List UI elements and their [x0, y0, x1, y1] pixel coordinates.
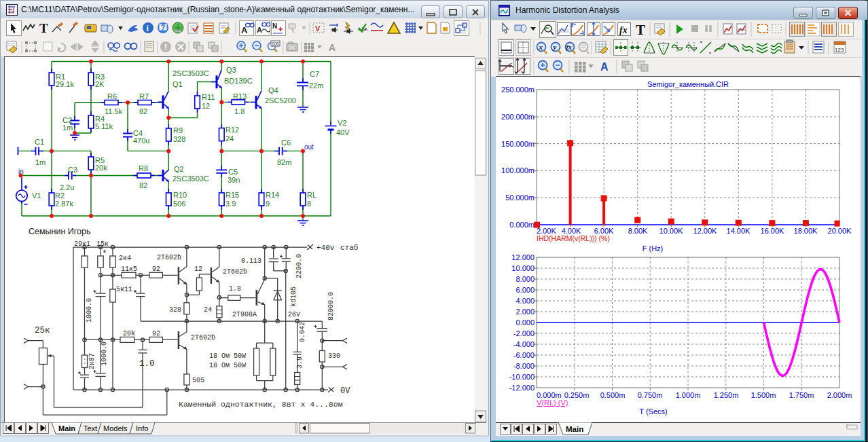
- svg-text:BD139C: BD139C: [224, 77, 253, 85]
- svg-text:kd105: kd105: [290, 287, 297, 307]
- svg-text:?: ?: [161, 24, 165, 31]
- svg-text:20k: 20k: [95, 164, 107, 172]
- svg-text:1m: 1m: [35, 158, 46, 166]
- svg-text:12: 12: [202, 102, 210, 110]
- svg-text:2к87: 2к87: [88, 353, 96, 369]
- svg-text:IHD(HARM(v(RL))) (%): IHD(HARM(v(RL))) (%): [537, 234, 610, 242]
- svg-text:1.000m: 1.000m: [676, 391, 701, 399]
- svg-text:C7: C7: [310, 70, 319, 78]
- svg-text:R6: R6: [107, 92, 117, 100]
- svg-text:5.11k: 5.11k: [95, 122, 113, 130]
- svg-text:12.000: 12.000: [511, 253, 535, 261]
- svg-text:C3: C3: [68, 166, 77, 174]
- svg-text:82m: 82m: [277, 158, 291, 166]
- svg-text:C5: C5: [228, 168, 238, 176]
- svg-text:1000.0: 1000.0: [86, 298, 93, 323]
- svg-text:92: 92: [152, 330, 160, 337]
- svg-text:-2.000: -2.000: [513, 329, 535, 337]
- svg-text:out: out: [304, 143, 314, 151]
- svg-text:2Т602b: 2Т602b: [191, 334, 215, 342]
- svg-text:24: 24: [225, 134, 234, 143]
- svg-text:Main: Main: [58, 424, 75, 432]
- svg-text:328: 328: [169, 306, 181, 314]
- svg-text:2.000: 2.000: [516, 308, 535, 316]
- svg-text:1.500m: 1.500m: [751, 391, 776, 399]
- svg-text:50.000m: 50.000m: [505, 194, 535, 202]
- svg-text:1.750m: 1.750m: [789, 391, 814, 399]
- svg-text:R7: R7: [139, 92, 149, 100]
- svg-text:18 Ом 50W: 18 Ом 50W: [209, 352, 246, 360]
- svg-text:10.00K: 10.00K: [659, 227, 684, 235]
- svg-text:C1: C1: [35, 138, 44, 146]
- svg-text:1m: 1m: [62, 124, 73, 132]
- svg-text:1000.0: 1000.0: [101, 342, 108, 366]
- svg-text:2.000m: 2.000m: [827, 391, 852, 399]
- svg-text:25к: 25к: [35, 326, 50, 335]
- svg-text:Main: Main: [566, 425, 583, 433]
- svg-text:0V: 0V: [340, 386, 350, 396]
- svg-text:*: *: [102, 248, 107, 259]
- svg-text:2.2u: 2.2u: [60, 183, 74, 191]
- svg-text:2200.0: 2200.0: [295, 254, 303, 278]
- svg-text:R9: R9: [173, 126, 183, 134]
- svg-text:2.87k: 2.87k: [55, 200, 73, 208]
- svg-text:328: 328: [173, 135, 185, 143]
- svg-text:2Т602b: 2Т602b: [157, 254, 181, 261]
- svg-text:1.0: 1.0: [139, 359, 155, 369]
- svg-text:in: in: [18, 168, 24, 175]
- svg-text:8.000: 8.000: [516, 275, 535, 283]
- svg-text:82: 82: [139, 181, 147, 189]
- svg-text:3.9: 3.9: [225, 200, 236, 208]
- svg-text:14.00K: 14.00K: [727, 227, 751, 235]
- svg-text:2Т602b: 2Т602b: [223, 268, 247, 276]
- svg-text:A: A: [329, 42, 336, 53]
- svg-text:Q2: Q2: [174, 165, 184, 173]
- svg-text:123: 123: [835, 47, 844, 53]
- svg-text:A: A: [600, 61, 609, 73]
- svg-text:8.00K: 8.00K: [628, 227, 648, 235]
- svg-text:100.000m: 100.000m: [501, 166, 535, 174]
- svg-text:0.000m: 0.000m: [509, 221, 535, 229]
- svg-text:20.00K: 20.00K: [828, 227, 852, 235]
- svg-text:Semigor_каменный.CIR: Semigor_каменный.CIR: [647, 80, 729, 88]
- svg-text:Q4: Q4: [268, 86, 278, 94]
- svg-text:!: !: [164, 43, 167, 52]
- svg-text:T: T: [39, 21, 48, 35]
- svg-text:22m: 22m: [309, 81, 323, 90]
- svg-text:fx: fx: [566, 43, 572, 51]
- svg-text:V2: V2: [338, 119, 346, 127]
- svg-text:2SC5200: 2SC5200: [265, 96, 296, 105]
- svg-text:505: 505: [192, 377, 204, 384]
- svg-text:A: A: [257, 26, 262, 34]
- svg-text:11к5: 11к5: [121, 265, 137, 273]
- svg-text:N: N: [272, 22, 277, 30]
- svg-text:Q1: Q1: [173, 80, 183, 88]
- svg-text:R2: R2: [55, 191, 65, 200]
- svg-text:+40v: +40v: [317, 244, 335, 252]
- svg-text:150.000m: 150.000m: [501, 140, 535, 148]
- svg-text:1.8: 1.8: [234, 107, 245, 115]
- svg-text:RL: RL: [307, 191, 317, 199]
- svg-text:12.00K: 12.00K: [693, 227, 718, 235]
- svg-text:18.00K: 18.00K: [794, 227, 818, 235]
- svg-text:-12.000: -12.000: [509, 384, 535, 392]
- svg-text:9: 9: [266, 200, 270, 208]
- svg-text:2SC3503C: 2SC3503C: [173, 69, 209, 77]
- svg-text:-8.000: -8.000: [513, 362, 535, 370]
- svg-text:29к1: 29к1: [74, 240, 90, 248]
- svg-text:Text: Text: [84, 424, 97, 432]
- svg-text:1.250m: 1.250m: [714, 391, 739, 399]
- svg-text:R14: R14: [266, 191, 279, 199]
- svg-text:8: 8: [307, 200, 311, 208]
- svg-text:R15: R15: [225, 191, 239, 199]
- svg-text:Models: Models: [103, 424, 128, 432]
- svg-text:R12: R12: [225, 126, 239, 134]
- svg-text:R11: R11: [202, 93, 215, 101]
- svg-text:x: x: [539, 43, 543, 51]
- svg-text:Info: Info: [136, 424, 148, 432]
- svg-text:26v: 26v: [288, 311, 300, 318]
- svg-text:2к4: 2к4: [119, 255, 131, 262]
- svg-text:2SC3503C: 2SC3503C: [173, 174, 209, 183]
- svg-text:0.750m: 0.750m: [638, 391, 663, 399]
- svg-text:6.000: 6.000: [516, 286, 535, 294]
